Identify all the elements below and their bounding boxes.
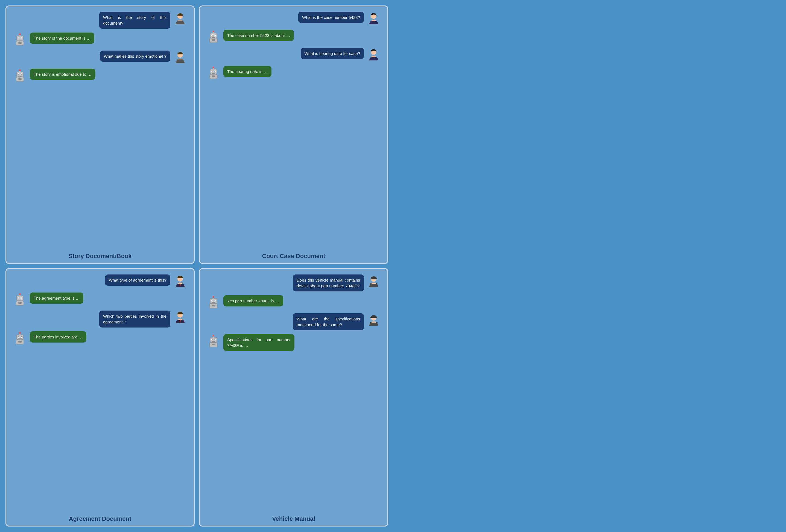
svg-point-31 (213, 31, 214, 32)
svg-rect-25 (18, 78, 22, 80)
chat-row-agreement-document-0: What type of agreement is this? (13, 275, 187, 289)
svg-point-75 (18, 337, 19, 337)
svg-point-62 (21, 298, 22, 299)
chat-row-vehicle-manual-0: Does this vehicle manual contains detail… (206, 275, 381, 292)
svg-point-102 (215, 339, 215, 340)
user-bubble-story-document-0: What is the story of this document? (99, 12, 170, 29)
svg-rect-81 (370, 279, 377, 279)
chat-row-agreement-document-3: The parties involved are … (13, 331, 187, 346)
chat-row-story-document-0: What is the story of this document? (13, 12, 187, 29)
bot-bubble-story-document-3: The story is emotional due to … (30, 69, 95, 80)
chat-area-story-document: What is the story of this document? The … (6, 6, 194, 250)
svg-rect-105 (212, 344, 215, 345)
svg-rect-92 (212, 305, 215, 306)
svg-rect-103 (212, 341, 215, 342)
bot-bubble-court-case-3: The hearing date is … (223, 66, 272, 77)
user-bubble-vehicle-manual-0: Does this vehicle manual contains detail… (293, 275, 364, 292)
chat-row-court-case-3: The hearing date is … (206, 66, 381, 80)
svg-point-5 (19, 33, 21, 35)
user-bubble-vehicle-manual-2: What are the specifications mentioned fo… (293, 313, 364, 330)
bot-bubble-vehicle-manual-1: Yes part number 7948E is … (223, 295, 283, 306)
svg-rect-28 (372, 20, 376, 21)
chat-area-agreement-document: What type of agreement is this? The agre… (6, 269, 194, 513)
svg-point-9 (21, 38, 22, 39)
chat-row-agreement-document-1: The agreement type is … (13, 293, 187, 307)
bot-bubble-agreement-document-3: The parties involved are … (30, 331, 86, 343)
user-avatar-mechanic (367, 313, 381, 327)
bot-bubble-agreement-document-1: The agreement type is … (30, 293, 84, 304)
svg-point-48 (215, 71, 215, 72)
panel-title-story-document: Story Document/Book (6, 250, 194, 263)
chat-row-court-case-0: What is the case number 5423? (206, 12, 381, 26)
svg-rect-41 (372, 56, 376, 57)
svg-rect-38 (212, 39, 215, 41)
svg-point-47 (212, 71, 213, 72)
svg-rect-2 (177, 21, 183, 21)
robot-avatar (13, 293, 27, 307)
panel-vehicle-manual: Does this vehicle manual contains detail… (199, 268, 388, 527)
chat-row-story-document-1: The story of the document is … (13, 32, 187, 47)
robot-avatar (206, 334, 221, 348)
svg-point-8 (18, 38, 19, 39)
svg-rect-77 (18, 339, 22, 339)
user-bubble-court-case-0: What is the case number 5423? (298, 12, 364, 23)
chat-row-court-case-1: The case number 5423 is about … (206, 30, 381, 44)
user-bubble-story-document-2: What makes this story emotional ? (100, 51, 170, 62)
svg-rect-15 (177, 59, 183, 60)
svg-rect-49 (212, 73, 215, 74)
svg-point-101 (212, 339, 213, 340)
svg-point-98 (213, 335, 214, 337)
robot-avatar (13, 331, 27, 346)
bot-bubble-vehicle-manual-3: Specifications for part number 7948E is … (223, 334, 295, 351)
panel-story-document: What is the story of this document? The … (5, 5, 195, 264)
user-avatar-woman2 (367, 48, 381, 62)
user-avatar-man (173, 275, 187, 289)
svg-point-89 (215, 300, 215, 301)
chat-row-vehicle-manual-1: Yes part number 7948E is … (206, 295, 381, 309)
robot-avatar (13, 32, 27, 47)
svg-point-72 (19, 332, 21, 334)
svg-rect-23 (18, 76, 22, 76)
svg-point-44 (213, 67, 214, 68)
svg-rect-55 (178, 283, 182, 284)
svg-rect-63 (18, 300, 22, 300)
chat-row-story-document-2: What makes this story emotional ? (13, 51, 187, 65)
robot-avatar (13, 69, 27, 83)
bot-bubble-story-document-1: The story of the document is … (30, 32, 94, 44)
svg-rect-51 (212, 75, 215, 77)
svg-point-85 (213, 296, 214, 298)
chat-row-agreement-document-2: Which two parties involved in the agreem… (13, 310, 187, 327)
svg-point-18 (19, 69, 21, 71)
user-avatar-woman (173, 12, 187, 26)
svg-point-76 (21, 337, 22, 337)
svg-rect-82 (372, 283, 376, 284)
user-bubble-court-case-2: What is hearing date for case? (301, 48, 364, 59)
user-avatar-woman2 (367, 12, 381, 26)
svg-point-22 (21, 74, 22, 75)
user-bubble-agreement-document-2: Which two parties involved in the agreem… (99, 310, 170, 327)
user-bubble-agreement-document-0: What type of agreement is this? (105, 275, 170, 286)
svg-rect-95 (372, 322, 376, 323)
robot-avatar (206, 66, 221, 80)
user-avatar-man (173, 310, 187, 325)
svg-rect-12 (18, 42, 22, 44)
robot-avatar (206, 295, 221, 309)
svg-point-21 (18, 74, 19, 75)
panel-title-vehicle-manual: Vehicle Manual (200, 513, 387, 526)
chat-area-court-case: What is the case number 5423? The case n… (200, 6, 387, 250)
svg-rect-79 (18, 341, 22, 343)
svg-point-34 (212, 35, 213, 36)
main-grid: What is the story of this document? The … (5, 5, 388, 527)
svg-point-88 (212, 300, 213, 301)
panel-court-case: What is the case number 5423? The case n… (199, 5, 388, 264)
robot-avatar (206, 30, 221, 44)
user-avatar-mechanic (367, 275, 381, 289)
panel-title-agreement-document: Agreement Document (6, 513, 194, 526)
svg-point-61 (18, 298, 19, 299)
chat-row-story-document-3: The story is emotional due to … (13, 69, 187, 83)
panel-title-court-case: Court Case Document (200, 250, 387, 263)
svg-rect-94 (370, 317, 377, 318)
svg-rect-69 (178, 319, 182, 320)
chat-row-vehicle-manual-2: What are the specifications mentioned fo… (206, 313, 381, 330)
svg-rect-90 (212, 302, 215, 303)
